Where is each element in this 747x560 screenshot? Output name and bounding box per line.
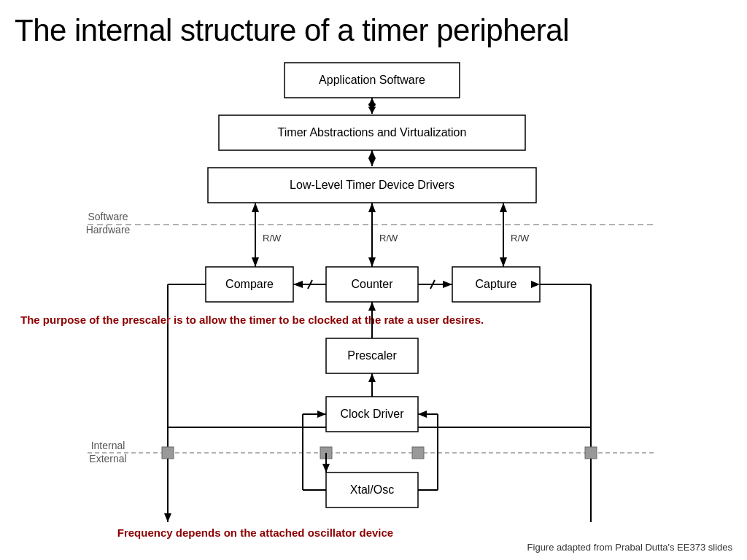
svg-marker-6 [368,98,376,105]
svg-marker-20 [252,257,259,267]
svg-marker-7 [368,107,376,114]
svg-marker-27 [500,203,507,212]
svg-marker-67 [317,411,326,418]
svg-text:External: External [89,453,126,464]
svg-text:Hardware: Hardware [86,224,131,236]
svg-text:Frequency depends on the attac: Frequency depends on the attached oscill… [117,526,393,539]
svg-text:R/W: R/W [511,233,530,244]
diagram-area: Application Software Timer Abstractions … [0,55,747,559]
svg-text:Internal: Internal [91,440,125,451]
svg-marker-28 [500,257,507,267]
svg-text:Clock Driver: Clock Driver [340,408,404,420]
svg-text:Counter: Counter [352,278,394,290]
svg-marker-19 [252,203,259,212]
svg-text:R/W: R/W [379,233,398,244]
svg-marker-11 [368,150,376,158]
svg-marker-23 [368,203,376,212]
svg-marker-71 [418,411,427,418]
page-title: The internal structure of a timer periph… [0,0,747,55]
svg-rect-58 [162,447,174,459]
svg-rect-61 [585,447,597,459]
svg-text:Software: Software [88,211,128,222]
svg-text:Xtal/Osc: Xtal/Osc [350,483,394,496]
svg-marker-78 [322,464,330,472]
svg-marker-54 [368,373,376,382]
svg-text:The purpose of the prescaler i: The purpose of the prescaler is to allow… [20,314,484,326]
figure-caption: Figure adapted from Prabal Dutta's EE373… [527,542,732,553]
svg-marker-50 [368,302,376,311]
svg-text:Capture: Capture [476,278,517,290]
svg-marker-75 [164,513,171,522]
svg-text:Application Software: Application Software [319,74,425,86]
svg-text:Low-Level Timer Device Drivers: Low-Level Timer Device Drivers [290,179,454,191]
svg-marker-40 [443,281,452,288]
svg-text:Compare: Compare [225,278,274,290]
svg-marker-37 [293,281,303,288]
svg-marker-12 [368,158,376,166]
svg-marker-24 [368,257,376,267]
svg-text:Prescaler: Prescaler [347,349,397,362]
svg-text:R/W: R/W [263,233,282,244]
svg-text:Timer Abstractions and Virtual: Timer Abstractions and Virtualization [278,126,467,139]
